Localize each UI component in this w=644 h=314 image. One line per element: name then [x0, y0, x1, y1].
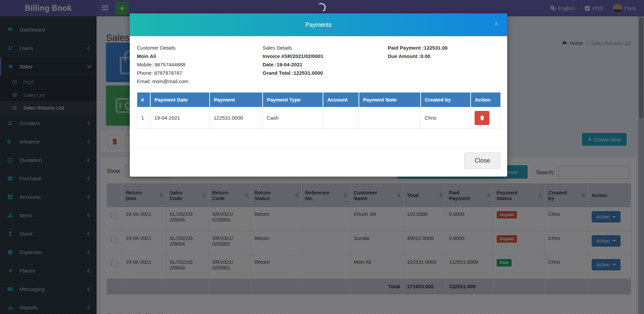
col-payment: Payment: [210, 92, 263, 107]
col-action: Action: [471, 92, 501, 107]
sales-details-heading: Sales Details: [263, 44, 323, 52]
app-root: Billing Book + English POS Chris: [0, 0, 644, 314]
close-button[interactable]: Close: [464, 152, 500, 169]
col-payment-type: Payment Type: [263, 92, 323, 107]
col-payment-note: Payment Note: [359, 92, 421, 107]
col-payment-date: Payment Date: [150, 92, 210, 107]
col-account: Account: [323, 92, 359, 107]
col-created-by: Created by: [421, 92, 471, 107]
payment-date: 19-04-2021: [150, 107, 210, 129]
customer-details-heading: Customer Details: [137, 44, 189, 52]
grand-total: Grand Total :122531.0000: [263, 69, 323, 77]
customer-details: Customer Details Moin Ali Mobile: 987574…: [137, 44, 189, 85]
customer-name: Moin Ali: [137, 52, 189, 60]
modal-footer: Close: [130, 148, 507, 177]
payment-row: 1 19-04-2021 122531.0000 Cash Chris: [137, 107, 501, 129]
delete-payment-button[interactable]: [475, 111, 489, 125]
payment-account: [323, 107, 359, 129]
invoice-number: Invoice #SR/2021/02/0001: [263, 52, 323, 60]
trash-icon: [480, 115, 485, 121]
sales-details: Sales Details Invoice #SR/2021/02/0001 D…: [263, 44, 323, 77]
payment-created-by: Chris: [421, 107, 471, 129]
payments-modal: Payments × Customer Details Moin Ali Mob…: [130, 13, 507, 177]
payment-amount: 122531.0000: [210, 107, 263, 129]
modal-title: Payments: [306, 21, 332, 28]
customer-phone: Phone: 8787878787: [137, 69, 189, 77]
customer-email: Email: moin@mail.com: [137, 77, 189, 85]
modal-header: Payments ×: [130, 13, 507, 36]
col-num: #: [137, 92, 150, 107]
payment-num: 1: [137, 107, 150, 129]
payment-note: [359, 107, 421, 129]
sale-date: Date :19-04-2021: [263, 60, 323, 69]
customer-mobile: Mobile: 98757444888: [137, 60, 189, 69]
due-amount: Due Amount :0.00: [388, 52, 447, 60]
close-icon[interactable]: ×: [494, 20, 498, 27]
payment-type: Cash: [263, 107, 323, 129]
paid-payment: Paid Payment :122531.00: [388, 44, 447, 52]
payment-summary: Paid Payment :122531.00 Due Amount :0.00: [388, 44, 447, 60]
payments-table: # Payment Date Payment Payment Type Acco…: [137, 92, 501, 129]
payments-header-row: # Payment Date Payment Payment Type Acco…: [137, 92, 501, 107]
